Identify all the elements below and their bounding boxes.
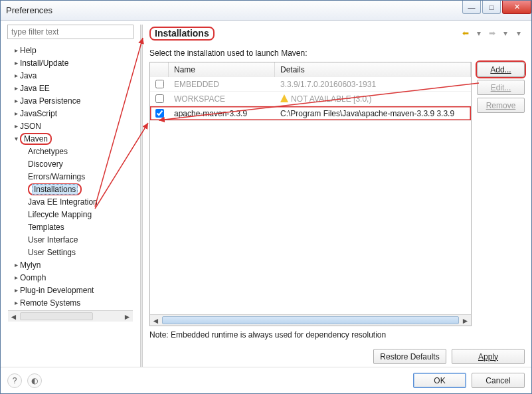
tree-node-label: Remote Systems: [20, 298, 80, 308]
col-details[interactable]: Details: [275, 62, 471, 77]
left-pane: ▸Help▸Install/Update▸Java▸Java EE▸Java P…: [7, 25, 133, 367]
tree-node[interactable]: Templates: [8, 221, 133, 233]
warning-icon: [280, 94, 288, 102]
tree-node[interactable]: Installations: [8, 183, 133, 195]
tree-node-label: Java EE: [20, 84, 50, 93]
row-checkbox[interactable]: [155, 80, 164, 88]
tree-node[interactable]: Java EE Integration: [8, 195, 133, 208]
tree-node-label: Help: [20, 46, 37, 55]
row-name: WORKSPACE: [169, 94, 275, 104]
tree-node-label: Mylyn: [20, 260, 41, 270]
chevron-right-icon[interactable]: ▸: [12, 97, 20, 104]
scroll-left-icon[interactable]: ◄: [150, 315, 161, 326]
chevron-right-icon[interactable]: ▸: [12, 274, 20, 281]
table-horizontal-scrollbar[interactable]: ◄ ►: [150, 314, 471, 326]
tree-node[interactable]: User Settings: [8, 246, 133, 258]
chevron-right-icon[interactable]: ▸: [12, 84, 20, 92]
right-pane: Installations ⬅ ▾ ➡ ▾ ▾ Select the insta…: [149, 25, 525, 367]
tree-horizontal-scrollbar[interactable]: ◄ ►: [8, 310, 133, 322]
add-button[interactable]: Add...: [477, 62, 525, 77]
tree-node[interactable]: ▸Oomph: [8, 271, 133, 284]
nav-back-menu-icon[interactable]: ▾: [473, 27, 485, 39]
tree-node[interactable]: ▸Install/Update: [8, 56, 133, 69]
progress-icon[interactable]: ◐: [27, 373, 42, 388]
tree-node[interactable]: ▾Maven: [8, 132, 133, 145]
tree-node[interactable]: Errors/Warnings: [8, 170, 133, 183]
nav-forward-icon[interactable]: ➡: [486, 27, 498, 39]
tree-node[interactable]: ▸Remote Systems: [8, 296, 133, 309]
defaults-apply-row: Restore Defaults Apply: [149, 349, 525, 364]
ok-button[interactable]: OK: [413, 373, 466, 388]
tree-node[interactable]: Archetypes: [8, 145, 133, 157]
tree-node[interactable]: User Interface: [8, 233, 133, 246]
split-handle[interactable]: [140, 25, 143, 367]
scroll-left-icon[interactable]: ◄: [8, 311, 19, 322]
window-title: Preferences: [6, 5, 461, 15]
chevron-right-icon[interactable]: ▸: [12, 261, 20, 268]
tree-node[interactable]: ▸Java: [8, 69, 133, 82]
table-row[interactable]: apache-maven-3.3.9C:\Program Files\Java\…: [150, 106, 471, 121]
side-buttons: Add... Edit... Remove: [477, 62, 525, 326]
page-header: Installations ⬅ ▾ ➡ ▾ ▾: [149, 25, 525, 42]
tree-node[interactable]: Lifecycle Mapping: [8, 208, 133, 221]
view-menu-icon[interactable]: ▾: [513, 27, 525, 39]
chevron-right-icon[interactable]: ▸: [12, 72, 20, 79]
filter-input[interactable]: [7, 25, 133, 39]
tree-node-label: Java: [20, 71, 37, 80]
chevron-right-icon[interactable]: ▸: [12, 286, 20, 294]
dialog-body: ▸Help▸Install/Update▸Java▸Java EE▸Java P…: [1, 21, 531, 367]
tree-node[interactable]: ▸JavaScript: [8, 107, 133, 120]
note-text: Note: Embedded runtime is always used fo…: [149, 330, 525, 340]
tree-node-label: Java EE Integration: [28, 197, 98, 207]
window-buttons: — □ ✕: [461, 1, 531, 20]
tree-node[interactable]: Discovery: [8, 157, 133, 170]
tree-node[interactable]: ▸Java EE: [8, 82, 133, 94]
row-checkbox[interactable]: [155, 94, 164, 103]
apply-button[interactable]: Apply: [452, 349, 525, 364]
row-name: apache-maven-3.3.9: [169, 109, 275, 118]
preferences-tree[interactable]: ▸Help▸Install/Update▸Java▸Java EE▸Java P…: [7, 42, 133, 367]
tree-node-label: User Interface: [28, 235, 78, 245]
tree-node-label: Archetypes: [28, 147, 68, 156]
scroll-right-icon[interactable]: ►: [460, 315, 471, 326]
page-description: Select the installation used to launch M…: [149, 49, 525, 58]
chevron-right-icon[interactable]: ▸: [12, 299, 20, 306]
help-icon[interactable]: ?: [7, 373, 22, 388]
cancel-button[interactable]: Cancel: [472, 373, 525, 388]
tree-node[interactable]: ▸JSON: [8, 120, 133, 132]
tree-node-label: User Settings: [28, 248, 76, 257]
close-button[interactable]: ✕: [502, 1, 531, 14]
tree-node[interactable]: ▸Mylyn: [8, 258, 133, 271]
nav-back-icon[interactable]: ⬅: [460, 27, 472, 39]
tree-node-label: Lifecycle Mapping: [28, 210, 92, 219]
minimize-button[interactable]: —: [462, 1, 481, 14]
page-title-annotation: Installations: [149, 27, 215, 41]
maximize-button[interactable]: □: [482, 1, 501, 14]
chevron-down-icon[interactable]: ▾: [12, 135, 20, 142]
tree-node-label: Maven: [24, 134, 48, 144]
titlebar: Preferences — □ ✕: [1, 1, 531, 21]
nav-forward-menu-icon[interactable]: ▾: [499, 27, 511, 39]
chevron-right-icon[interactable]: ▸: [12, 47, 20, 54]
edit-button[interactable]: Edit...: [477, 80, 525, 95]
tree-node-label: Installations: [32, 184, 78, 195]
table-header: Name Details: [150, 62, 471, 77]
col-checkbox[interactable]: [150, 62, 169, 77]
scroll-right-icon[interactable]: ►: [122, 311, 133, 322]
chevron-right-icon[interactable]: ▸: [12, 122, 20, 130]
row-checkbox[interactable]: [155, 109, 164, 118]
tree-node-label: Oomph: [20, 273, 46, 282]
scroll-thumb[interactable]: [20, 312, 93, 320]
tree-node[interactable]: ▸Plug-in Development: [8, 284, 133, 296]
table-row[interactable]: EMBEDDED3.3.9/1.7.0.20160603-1931: [150, 77, 471, 92]
chevron-right-icon[interactable]: ▸: [12, 110, 20, 117]
tree-node[interactable]: ▸Java Persistence: [8, 94, 133, 107]
col-name[interactable]: Name: [169, 62, 275, 77]
tree-node-label: Java Persistence: [20, 96, 80, 106]
restore-defaults-button[interactable]: Restore Defaults: [373, 349, 446, 364]
chevron-right-icon[interactable]: ▸: [12, 59, 20, 66]
tree-node[interactable]: ▸Help: [8, 44, 133, 56]
table-row[interactable]: WORKSPACENOT AVAILABLE [3.0,): [150, 92, 471, 106]
remove-button[interactable]: Remove: [477, 98, 525, 113]
scroll-thumb[interactable]: [162, 316, 459, 324]
